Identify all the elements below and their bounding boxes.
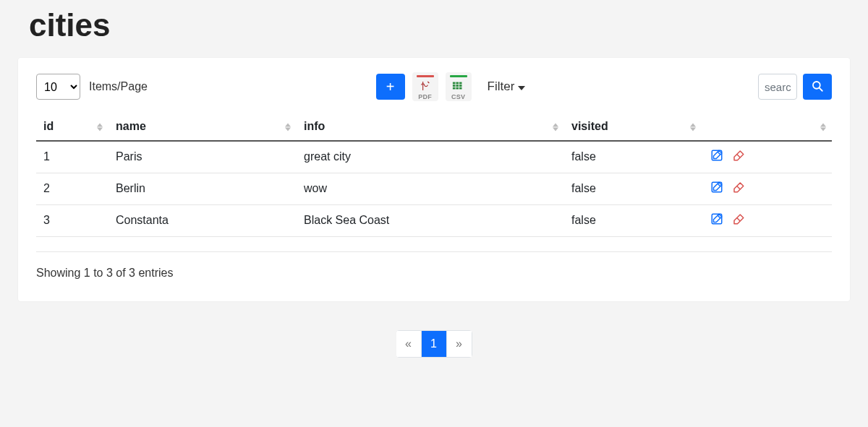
edit-button[interactable] <box>709 212 725 228</box>
svg-rect-4 <box>456 85 459 87</box>
edit-icon <box>710 181 723 197</box>
cell-info: Black Sea Coast <box>297 205 564 237</box>
cell-info: great city <box>297 141 564 173</box>
svg-rect-8 <box>459 87 461 89</box>
cell-name: Paris <box>109 141 297 173</box>
pdf-icon <box>417 79 434 92</box>
pagination-next[interactable]: » <box>446 330 472 358</box>
svg-rect-3 <box>452 85 455 87</box>
svg-rect-6 <box>452 87 455 89</box>
eraser-icon <box>732 149 745 165</box>
pagination-page-current[interactable]: 1 <box>421 330 447 358</box>
cell-visited: false <box>564 205 702 237</box>
column-header-info-label: info <box>304 120 325 132</box>
search-input[interactable] <box>758 74 797 100</box>
svg-line-14 <box>737 186 741 190</box>
cell-name: Constanta <box>109 205 297 237</box>
eraser-icon <box>732 181 745 197</box>
pdf-label: PDF <box>418 93 432 100</box>
filter-label: Filter <box>488 79 515 94</box>
cell-visited: false <box>564 141 702 173</box>
cell-visited: false <box>564 173 702 205</box>
entries-info: Showing 1 to 3 of 3 entries <box>36 267 832 280</box>
column-header-name-label: name <box>116 120 146 132</box>
pagination-prev[interactable]: « <box>396 330 422 358</box>
column-header-info[interactable]: info <box>297 114 564 141</box>
svg-rect-2 <box>459 82 461 84</box>
eraser-icon <box>732 212 745 228</box>
sort-icon <box>553 124 558 131</box>
sort-icon <box>690 124 696 131</box>
search-button[interactable] <box>803 74 832 100</box>
edit-icon <box>710 212 723 228</box>
export-csv-button[interactable]: CSV <box>446 72 472 101</box>
svg-rect-1 <box>456 82 459 84</box>
column-header-visited-label: visited <box>571 120 608 132</box>
column-header-id[interactable]: id <box>36 114 109 141</box>
cell-id: 3 <box>36 205 109 237</box>
csv-icon <box>450 79 467 92</box>
table-row: 3 Constanta Black Sea Coast false <box>36 205 832 237</box>
table-panel: 10 25 50 100 Items/Page + <box>18 58 850 301</box>
sort-icon <box>285 124 291 131</box>
svg-rect-7 <box>456 87 459 89</box>
sort-icon <box>97 124 103 131</box>
svg-rect-5 <box>459 85 461 87</box>
items-per-page-label: Items/Page <box>89 80 148 93</box>
delete-button[interactable] <box>731 181 746 197</box>
svg-rect-0 <box>452 82 455 84</box>
csv-bar-accent <box>450 75 467 77</box>
column-header-id-label: id <box>43 120 54 132</box>
toolbar: 10 25 50 100 Items/Page + <box>36 72 832 101</box>
edit-button[interactable] <box>709 149 725 165</box>
pagination-prev-label: « <box>396 331 421 357</box>
svg-line-16 <box>737 218 741 222</box>
table-bottom-divider <box>36 251 832 252</box>
table-row: 2 Berlin wow false <box>36 173 832 205</box>
pagination: « 1 » <box>18 330 850 358</box>
pagination-page-label: 1 <box>422 331 446 357</box>
cell-info: wow <box>297 173 564 205</box>
column-header-name[interactable]: name <box>109 114 297 141</box>
page-title: cities <box>29 7 850 43</box>
table-row: 1 Paris great city false <box>36 141 832 173</box>
export-pdf-button[interactable]: PDF <box>412 72 438 101</box>
delete-button[interactable] <box>731 212 746 228</box>
search-icon <box>811 79 824 95</box>
data-table: id name info visited <box>36 114 832 237</box>
filter-button[interactable]: Filter <box>479 74 530 100</box>
pagination-next-label: » <box>447 331 472 357</box>
column-header-actions <box>702 114 832 141</box>
cell-id: 2 <box>36 173 109 205</box>
edit-button[interactable] <box>709 181 725 197</box>
svg-line-10 <box>820 87 822 90</box>
delete-button[interactable] <box>731 149 746 165</box>
csv-label: CSV <box>451 93 465 100</box>
add-button[interactable]: + <box>376 74 405 100</box>
edit-icon <box>710 149 723 165</box>
column-header-visited[interactable]: visited <box>564 114 702 141</box>
sort-icon <box>820 124 826 131</box>
svg-line-12 <box>737 155 741 158</box>
items-per-page-select[interactable]: 10 25 50 100 <box>36 74 80 100</box>
pdf-bar-accent <box>417 75 434 77</box>
cell-id: 1 <box>36 141 109 173</box>
caret-down-icon <box>518 79 525 94</box>
cell-name: Berlin <box>109 173 297 205</box>
